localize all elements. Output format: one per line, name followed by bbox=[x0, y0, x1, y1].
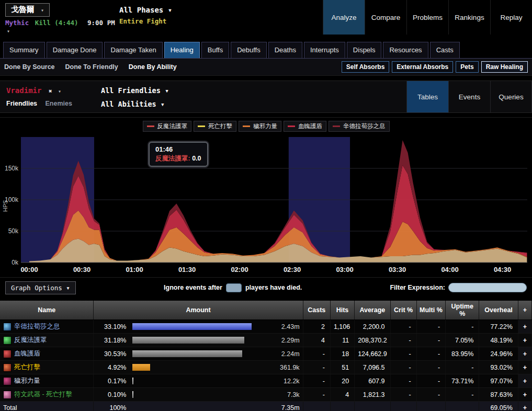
graph-options-button[interactable]: Graph Options ▾ bbox=[5, 281, 76, 294]
ability-name[interactable]: 穢邪力量 bbox=[14, 376, 40, 385]
legend-color-swatch bbox=[288, 125, 295, 127]
col-hits[interactable]: Hits bbox=[330, 301, 354, 320]
legend-label: 穢邪力量 bbox=[253, 122, 277, 130]
enemies-link[interactable]: Enemies bbox=[46, 100, 72, 107]
hits-value: 4 bbox=[330, 388, 354, 402]
nav-replay[interactable]: Replay bbox=[490, 0, 532, 35]
total-percent: 100% bbox=[97, 404, 126, 411]
tab-damage-done[interactable]: Damage Done bbox=[47, 42, 103, 58]
tab-summary[interactable]: Summary bbox=[3, 42, 45, 58]
table-row[interactable]: 反魔法護罩 31.18%2.29m 4 11 208,370.2 - - 7.0… bbox=[0, 334, 532, 347]
amount-percent: 31.18% bbox=[97, 337, 126, 344]
tab-casts[interactable]: Casts bbox=[430, 42, 460, 58]
svg-text:02:30: 02:30 bbox=[284, 266, 301, 273]
nav-problems[interactable]: Problems bbox=[406, 0, 448, 35]
ability-selector[interactable]: All Abilities ▾ bbox=[101, 100, 169, 108]
col-expand[interactable]: + bbox=[518, 301, 531, 320]
expand-row-button[interactable]: + bbox=[518, 374, 531, 388]
average-value: 607.9 bbox=[355, 374, 390, 388]
legend-item[interactable]: 辛德拉荀莎之息 bbox=[329, 121, 390, 132]
col-name[interactable]: Name bbox=[0, 301, 94, 320]
legend-item[interactable]: 穢邪力量 bbox=[239, 121, 281, 132]
view-events[interactable]: Events bbox=[448, 81, 490, 112]
nav-compare[interactable]: Compare bbox=[365, 0, 406, 35]
amount-value: 361.9k bbox=[280, 364, 300, 371]
deaths-count-input[interactable] bbox=[226, 283, 242, 292]
tab-resources[interactable]: Resources bbox=[383, 42, 428, 58]
svg-text:0k: 0k bbox=[12, 259, 19, 266]
col-multi[interactable]: Multi % bbox=[416, 301, 445, 320]
col-average[interactable]: Average bbox=[355, 301, 390, 320]
tab-interrupts[interactable]: Interrupts bbox=[304, 42, 345, 58]
ability-name[interactable]: 死亡打擊 bbox=[14, 363, 40, 372]
amount-bar-track bbox=[132, 391, 282, 398]
col-crit[interactable]: Crit % bbox=[390, 301, 416, 320]
col-uptime[interactable]: Uptime % bbox=[446, 301, 479, 320]
table-row[interactable]: 死亡打擊 4.92%361.9k - 51 7,096.5 - - - 93.0… bbox=[0, 361, 532, 374]
expand-row-button[interactable]: + bbox=[518, 334, 531, 347]
svg-text:03:00: 03:00 bbox=[336, 266, 353, 273]
filter-expression-input[interactable] bbox=[448, 283, 527, 292]
external-absorbs-toggle[interactable]: External Absorbs bbox=[392, 61, 453, 73]
legend-color-swatch bbox=[333, 125, 340, 127]
ability-name[interactable]: 辛德拉荀莎之息 bbox=[14, 322, 60, 331]
tab-healing[interactable]: Healing bbox=[164, 42, 200, 58]
tab-deaths[interactable]: Deaths bbox=[268, 42, 302, 58]
amount-bar-track bbox=[132, 323, 276, 330]
legend-color-swatch bbox=[198, 125, 205, 127]
expand-row-button[interactable]: + bbox=[518, 388, 531, 402]
chevron-down-icon: ▾ bbox=[7, 28, 10, 34]
subtab-done-by-ability[interactable]: Done By Ability bbox=[129, 63, 177, 71]
filter-expression-label: Filter Expression: bbox=[390, 284, 445, 291]
nav-analyze[interactable]: Analyze bbox=[323, 0, 365, 35]
legend-item[interactable]: 反魔法護罩 bbox=[143, 121, 192, 132]
boss-selector[interactable]: 戈魯爾 ▾ bbox=[5, 3, 50, 17]
tab-debuffs[interactable]: Debuffs bbox=[231, 42, 267, 58]
legend-label: 反魔法護罩 bbox=[157, 122, 188, 130]
target-selector[interactable]: All Friendlies ▾ bbox=[101, 86, 169, 95]
amount-value: 2.24m bbox=[281, 350, 300, 358]
total-multi bbox=[416, 402, 445, 411]
tab-damage-taken[interactable]: Damage Taken bbox=[104, 42, 162, 58]
ability-name[interactable]: 血魄護盾 bbox=[14, 349, 40, 358]
table-row[interactable]: 符文武器 - 死亡打擊 0.10%7.3k - 4 1,821.3 - - - … bbox=[0, 388, 532, 402]
expand-row-button[interactable]: + bbox=[518, 347, 531, 361]
graph-options-row: Graph Options ▾ Ignore events after play… bbox=[0, 278, 532, 298]
table-row[interactable]: 辛德拉荀莎之息 33.10%2.43m 2 1,106 2,200.0 - - … bbox=[0, 320, 532, 334]
nav-rankings[interactable]: Rankings bbox=[448, 0, 490, 35]
expand-row-button[interactable]: + bbox=[518, 402, 531, 411]
amount-value: 2.43m bbox=[281, 323, 300, 330]
pets-toggle[interactable]: Pets bbox=[456, 61, 478, 73]
friendlies-link[interactable]: Friendlies bbox=[6, 100, 37, 107]
legend-item[interactable]: 血魄護盾 bbox=[284, 121, 326, 132]
close-icon[interactable]: ✖ bbox=[49, 88, 52, 95]
table-row[interactable]: 穢邪力量 0.17%12.2k - 20 607.9 - - 73.71% 97… bbox=[0, 374, 532, 388]
source-selector[interactable]: Vradimir ✖ ▾ bbox=[6, 86, 90, 95]
subtab-done-to-friendly[interactable]: Done To Friendly bbox=[65, 63, 118, 71]
amount-bar bbox=[132, 378, 133, 384]
hps-stacked-area-chart[interactable]: 0k50k100k150k00:0000:3001:0001:3002:0002… bbox=[0, 133, 532, 275]
subtab-done-by-source[interactable]: Done By Source bbox=[4, 63, 55, 71]
ability-icon bbox=[3, 363, 12, 372]
tab-buffs[interactable]: Buffs bbox=[201, 42, 229, 58]
chart-legend: 反魔法護罩 死亡打擊 穢邪力量 血魄護盾 辛德拉荀莎之息 bbox=[0, 118, 532, 133]
legend-item[interactable]: 死亡打擊 bbox=[194, 121, 236, 132]
phase-selector[interactable]: All Phases ▾ bbox=[119, 6, 172, 14]
col-amount[interactable]: Amount bbox=[94, 301, 303, 320]
ability-name[interactable]: 符文武器 - 死亡打擊 bbox=[14, 390, 72, 399]
average-value: 2,200.0 bbox=[355, 320, 390, 334]
view-tables[interactable]: Tables bbox=[406, 81, 448, 112]
self-absorbs-toggle[interactable]: Self Absorbs bbox=[342, 61, 390, 73]
view-queries[interactable]: Queries bbox=[490, 81, 532, 112]
col-casts[interactable]: Casts bbox=[303, 301, 330, 320]
header-spacer bbox=[172, 0, 323, 35]
expand-row-button[interactable]: + bbox=[518, 361, 531, 374]
expand-row-button[interactable]: + bbox=[518, 320, 531, 334]
table-row[interactable]: 血魄護盾 30.53%2.24m - 18 124,662.9 - - 83.9… bbox=[0, 347, 532, 361]
overheal-value: 87.63% bbox=[479, 388, 518, 402]
ability-name[interactable]: 反魔法護罩 bbox=[14, 336, 47, 345]
hits-value: 11 bbox=[330, 334, 354, 347]
tab-dispels[interactable]: Dispels bbox=[347, 42, 382, 58]
col-overheal[interactable]: Overheal bbox=[479, 301, 518, 320]
raw-healing-toggle[interactable]: Raw Healing bbox=[481, 61, 528, 73]
